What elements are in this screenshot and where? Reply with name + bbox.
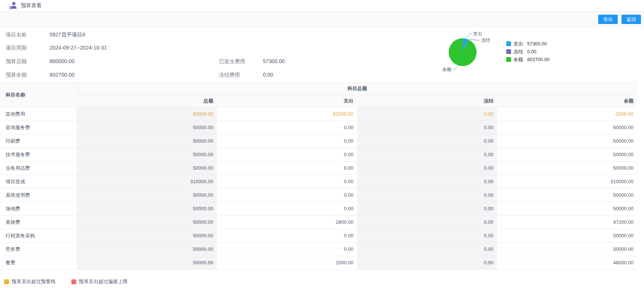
page-header: 预算查看	[0, 0, 644, 12]
table-row: 劳务费 50000.00 0.00 0.00 50000.00	[0, 243, 637, 256]
legend-item-expense[interactable]: 支出 57300.00	[506, 40, 549, 48]
toolbar: 导出 返回	[0, 12, 644, 27]
person-icon	[9, 2, 17, 10]
expense-cell: 0.00	[217, 134, 357, 148]
frozen-cell: 0.00	[357, 256, 497, 270]
pie-slice-balance	[449, 38, 477, 66]
total-cell: 50000.00	[77, 229, 217, 243]
subject-name-cell: 场地费	[0, 202, 77, 216]
budget-pie-chart: 支出 冻结 余额 支出 57300.00 冻结 0.00 余额 802700.0…	[398, 27, 644, 82]
total-cell: 50000.00	[77, 121, 217, 134]
footer-legend-danger: 预算支出超过偏差上限	[71, 278, 128, 285]
expense-cell: 0.00	[217, 148, 357, 161]
expense-cell: 52500.00	[217, 107, 357, 121]
balance-cell: 48000.00	[497, 256, 637, 270]
incurred-expense-value: 57300.00	[263, 58, 285, 64]
column-header-subject-name: 科目名称	[0, 83, 77, 107]
subject-name-cell: 行程票务采购	[0, 229, 77, 243]
subject-name-cell: 咨询服务费	[0, 121, 77, 134]
legend-item-frozen[interactable]: 冻结 0.00	[506, 48, 549, 56]
subject-name-cell: 餐费	[0, 256, 77, 270]
table-row: 咨询服务费 50000.00 0.00 0.00 50000.00	[0, 121, 637, 134]
column-header-frozen: 冻结	[357, 95, 497, 107]
frozen-expense-value: 0.00	[263, 72, 273, 78]
expense-cell: 0.00	[217, 175, 357, 188]
frozen-cell: 0.00	[357, 243, 497, 256]
frozen-cell: 0.00	[357, 107, 497, 121]
project-period-label: 项目周期	[6, 45, 27, 51]
frozen-leader-line	[469, 39, 480, 40]
total-cell: 310000.00	[77, 175, 217, 188]
export-button[interactable]: 导出	[598, 15, 618, 24]
expense-cell: 2800.00	[217, 216, 357, 229]
balance-cell: 50000.00	[497, 243, 637, 256]
subject-name-cell: 差旅费	[0, 216, 77, 229]
budget-total-label: 预算总额	[6, 58, 27, 64]
budget-table: 科目名称 科目总额 总额 支出 冻结 余额 其他费用 50000.00 5250…	[0, 82, 637, 270]
frozen-cell: 0.00	[357, 202, 497, 216]
frozen-cell: 0.00	[357, 229, 497, 243]
page-title: 预算查看	[21, 2, 42, 9]
expense-cell: 2000.00	[217, 256, 357, 270]
column-header-subject-total-group: 科目总额	[77, 83, 637, 95]
column-header-total: 总额	[77, 95, 217, 107]
frozen-cell: 0.00	[357, 175, 497, 188]
subject-name-cell: 劳务费	[0, 243, 77, 256]
project-info-section: 项目名称0927昌平项目8 项目周期2024-09-27--2024-10-31…	[0, 27, 644, 82]
balance-cell: 50000.00	[497, 148, 637, 161]
balance-leader-line	[452, 65, 459, 69]
budget-balance-value: 802700.00	[50, 72, 74, 78]
balance-cell: 47200.00	[497, 216, 637, 229]
expense-cell: 0.00	[217, 121, 357, 134]
back-button[interactable]: 返回	[621, 15, 641, 24]
subject-name-cell: 业务用品费	[0, 161, 77, 175]
total-cell: 50000.00	[77, 107, 217, 121]
pie-label-expense: 支出	[473, 31, 482, 36]
total-cell: 50000.00	[77, 202, 217, 216]
table-row: 系统使用费 50000.00 0.00 0.00 50000.00	[0, 188, 637, 202]
table-row: 印刷费 50000.00 0.00 0.00 50000.00	[0, 134, 637, 148]
danger-swatch	[71, 279, 76, 284]
frozen-cell: 0.00	[357, 161, 497, 175]
frozen-cell: 0.00	[357, 148, 497, 161]
table-row: 差旅费 50000.00 2800.00 0.00 47200.00	[0, 216, 637, 229]
budget-balance-label: 预算余额	[6, 72, 27, 78]
table-row: 项目提成 310000.00 0.00 0.00 310000.00	[0, 175, 637, 188]
total-cell: 50000.00	[77, 256, 217, 270]
total-cell: 50000.00	[77, 216, 217, 229]
balance-cell: -2500.00	[497, 107, 637, 121]
total-cell: 50000.00	[77, 134, 217, 148]
pie-label-balance: 余额	[442, 67, 451, 72]
budget-total-value: 860000.00	[50, 58, 74, 64]
balance-cell: 50000.00	[497, 229, 637, 243]
footer-legend-warning: 预算支出超过预警线	[4, 278, 56, 285]
frozen-cell: 0.00	[357, 216, 497, 229]
project-period-value: 2024-09-27--2024-10-31	[50, 45, 107, 51]
legend-item-balance[interactable]: 余额 802700.00	[506, 56, 549, 63]
project-name-label: 项目名称	[6, 32, 27, 38]
frozen-cell: 0.00	[357, 188, 497, 202]
table-row: 餐费 50000.00 2000.00 0.00 48000.00	[0, 256, 637, 270]
budget-table-body: 其他费用 50000.00 52500.00 0.00 -2500.00 咨询服…	[0, 107, 637, 270]
frozen-expense-label: 冻结费用	[219, 72, 240, 78]
project-name-value: 0927昌平项目8	[50, 32, 85, 38]
total-cell: 50000.00	[77, 188, 217, 202]
balance-cell: 50000.00	[497, 134, 637, 148]
subject-name-cell: 技术服务费	[0, 148, 77, 161]
subject-name-cell: 项目提成	[0, 175, 77, 188]
pie-legend: 支出 57300.00 冻结 0.00 余额 802700.00	[506, 40, 549, 63]
subject-name-cell: 印刷费	[0, 134, 77, 148]
table-row: 场地费 50000.00 0.00 0.00 50000.00	[0, 202, 637, 216]
total-cell: 50000.00	[77, 148, 217, 161]
total-cell: 50000.00	[77, 161, 217, 175]
expense-swatch	[506, 41, 511, 46]
expense-cell: 0.00	[217, 229, 357, 243]
table-row: 业务用品费 50000.00 0.00 0.00 50000.00	[0, 161, 637, 175]
table-row: 其他费用 50000.00 52500.00 0.00 -2500.00	[0, 107, 637, 121]
frozen-cell: 0.00	[357, 134, 497, 148]
table-row: 行程票务采购 50000.00 0.00 0.00 50000.00	[0, 229, 637, 243]
expense-cell: 0.00	[217, 202, 357, 216]
total-cell: 50000.00	[77, 243, 217, 256]
column-header-balance: 余额	[497, 95, 637, 107]
balance-cell: 50000.00	[497, 161, 637, 175]
